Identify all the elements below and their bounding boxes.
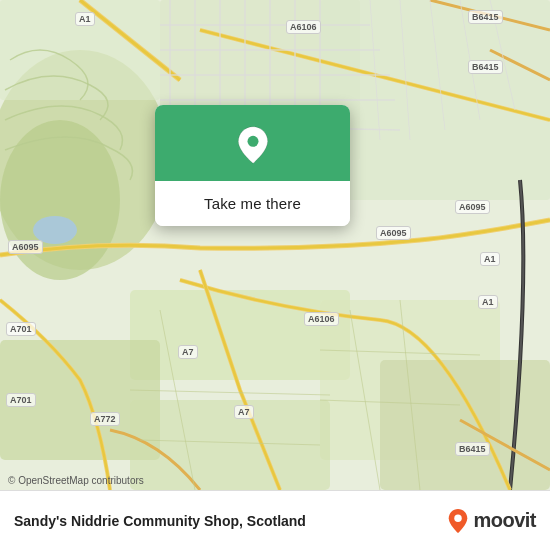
svg-point-44 bbox=[455, 514, 462, 521]
bottom-location-info: Sandy's Niddrie Community Shop, Scotland bbox=[14, 513, 306, 529]
location-pin-icon bbox=[231, 123, 275, 167]
road-label-a6095-right: A6095 bbox=[455, 200, 490, 214]
map-area: A1 A6106 B6415 B6415 A6095 A6095 A6095 A… bbox=[0, 0, 550, 490]
road-label-a7-left: A7 bbox=[178, 345, 198, 359]
road-label-a1-right: A1 bbox=[480, 252, 500, 266]
road-label-a1-top: A1 bbox=[75, 12, 95, 26]
moovit-pin-icon bbox=[447, 508, 469, 534]
road-label-a772: A772 bbox=[90, 412, 120, 426]
moovit-logo: moovit bbox=[447, 508, 536, 534]
road-label-b6415-bottom: B6415 bbox=[455, 442, 490, 456]
road-label-a7-bottom: A7 bbox=[234, 405, 254, 419]
road-label-a1-mid: A1 bbox=[478, 295, 498, 309]
road-label-a6106-top: A6106 bbox=[286, 20, 321, 34]
svg-point-43 bbox=[247, 136, 258, 147]
road-label-a701-bottom: A701 bbox=[6, 393, 36, 407]
svg-rect-4 bbox=[130, 290, 350, 380]
svg-rect-8 bbox=[130, 400, 330, 490]
moovit-brand-text: moovit bbox=[473, 509, 536, 532]
road-label-a701-left: A701 bbox=[6, 322, 36, 336]
location-name: Sandy's Niddrie Community Shop, Scotland bbox=[14, 513, 306, 529]
popup-card: Take me there bbox=[155, 105, 350, 226]
osm-attribution: © OpenStreetMap contributors bbox=[8, 475, 144, 486]
road-label-a6095-mid: A6095 bbox=[376, 226, 411, 240]
road-label-a6095-left: A6095 bbox=[8, 240, 43, 254]
road-label-a6106-bottom: A6106 bbox=[304, 312, 339, 326]
bottom-bar: Sandy's Niddrie Community Shop, Scotland… bbox=[0, 490, 550, 550]
road-label-b6415-mid: B6415 bbox=[468, 60, 503, 74]
popup-green-header bbox=[155, 105, 350, 181]
road-label-b6415-top: B6415 bbox=[468, 10, 503, 24]
take-me-there-button[interactable]: Take me there bbox=[155, 181, 350, 226]
svg-rect-7 bbox=[380, 360, 550, 490]
